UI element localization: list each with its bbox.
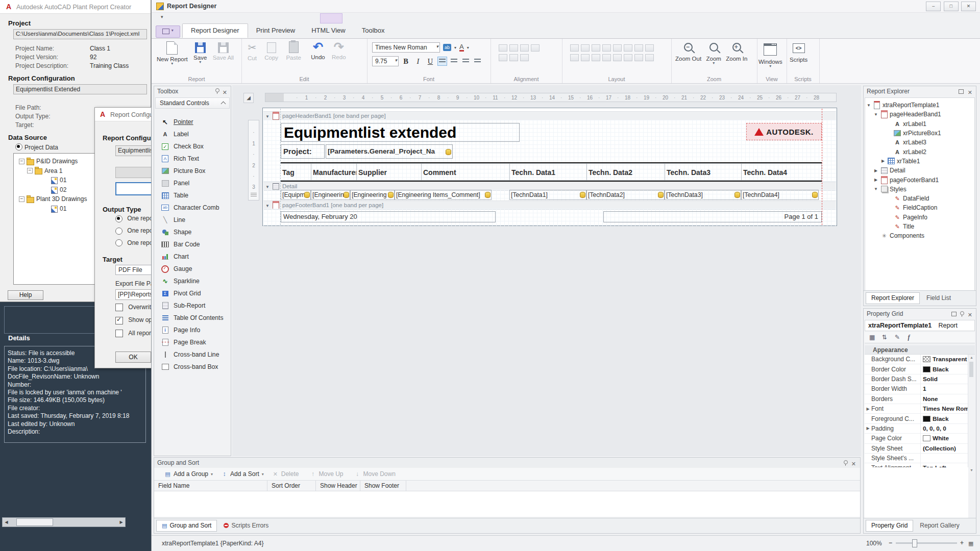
radio-icon[interactable] bbox=[115, 215, 122, 222]
toolbox-item[interactable]: Page Info bbox=[154, 324, 231, 336]
close-button[interactable]: ✕ bbox=[961, 2, 976, 11]
close-panel-icon[interactable]: ✕ bbox=[851, 459, 856, 469]
column-field-name[interactable]: Field Name bbox=[154, 481, 267, 491]
project-data-radio[interactable] bbox=[15, 143, 22, 151]
radio-icon[interactable] bbox=[115, 239, 122, 246]
report-explorer-item[interactable]: Components bbox=[865, 231, 974, 240]
appearance-category-row[interactable]: Appearance bbox=[865, 345, 975, 355]
detail-field[interactable]: [Engineering bbox=[350, 190, 395, 200]
maximize-button[interactable]: □ bbox=[944, 2, 959, 11]
italic-button[interactable]: I bbox=[413, 56, 423, 66]
zoom-out-button[interactable]: − Zoom Out bbox=[675, 39, 701, 62]
report-explorer-item[interactable]: xrLabel3 bbox=[865, 138, 974, 147]
tree-expander-icon[interactable]: ▼ bbox=[873, 187, 878, 191]
page-layout-icon[interactable]: ▦ bbox=[968, 540, 973, 547]
report-explorer-item[interactable]: FieldCaption bbox=[865, 203, 974, 212]
ok-button[interactable]: OK bbox=[115, 352, 151, 363]
report-explorer-item[interactable]: ▼ Styles bbox=[865, 185, 974, 194]
zoom-increase-icon[interactable]: + bbox=[960, 539, 964, 546]
ruler-grip-icon[interactable] bbox=[251, 193, 257, 193]
property-row[interactable]: Border Dash S... Solid bbox=[865, 374, 968, 384]
tree-expander-icon[interactable]: − bbox=[19, 159, 24, 164]
layout-tool-icon[interactable] bbox=[592, 54, 600, 61]
layout-tool-icon[interactable] bbox=[581, 44, 590, 52]
properties-icon[interactable]: ✎ bbox=[895, 334, 900, 341]
toolbox-item[interactable]: Cross-band Line bbox=[154, 348, 231, 361]
column-sort-order[interactable]: Sort Order bbox=[267, 481, 316, 491]
toolbox-item[interactable]: Character Comb bbox=[154, 202, 231, 214]
toolbox-item[interactable]: Gauge bbox=[154, 263, 231, 275]
footer-date-field[interactable]: Wednesday, February 20 bbox=[281, 211, 496, 222]
toolbox-item[interactable]: Sparkline bbox=[154, 275, 231, 287]
detail-field[interactable]: [Engineering bbox=[311, 190, 350, 200]
report-explorer-item[interactable]: ▶ xrTable1 bbox=[865, 157, 974, 166]
tree-expander-icon[interactable]: ▼ bbox=[873, 112, 878, 117]
toolbox-item[interactable]: Line bbox=[154, 214, 231, 226]
font-color-dropdown-icon[interactable]: ▾ bbox=[467, 45, 469, 50]
tree-expander-icon[interactable]: ▼ bbox=[866, 103, 871, 108]
events-icon[interactable]: f bbox=[908, 334, 910, 341]
toolbox-item[interactable]: Bar Code bbox=[154, 238, 231, 251]
property-row[interactable]: Border Color Black bbox=[865, 364, 968, 374]
report-explorer-item[interactable]: xrLabel1 bbox=[865, 119, 974, 129]
toolbox-item[interactable]: Panel bbox=[154, 177, 231, 189]
toolbox-item[interactable]: Label bbox=[154, 128, 231, 140]
layout-tool-icon[interactable] bbox=[634, 54, 643, 61]
scrollbar-thumb[interactable] bbox=[16, 518, 53, 526]
text-highlight-button[interactable]: ab bbox=[443, 44, 451, 51]
toolbox-item[interactable]: Picture Box bbox=[154, 165, 231, 177]
align-tool-icon[interactable] bbox=[520, 44, 529, 52]
bottom-panel-tab[interactable]: Scripts Errors bbox=[218, 520, 274, 532]
toolbox-item[interactable]: Table Of Contents bbox=[154, 312, 231, 324]
report-explorer-item[interactable]: Title bbox=[865, 222, 974, 231]
property-row[interactable]: Page Color White bbox=[865, 434, 968, 443]
font-color-button[interactable]: A bbox=[459, 43, 464, 52]
pin-icon[interactable] bbox=[844, 460, 848, 464]
toolbox-item[interactable]: Rich Text bbox=[154, 153, 231, 165]
tree-expander-icon[interactable]: ▶ bbox=[873, 178, 878, 182]
project-parameter-field[interactable]: [Parameters.General_Project_Na bbox=[326, 144, 453, 159]
toolbox-item[interactable]: Sub-Report bbox=[154, 299, 231, 312]
toolbox-item[interactable]: Chart bbox=[154, 251, 231, 263]
property-row[interactable]: Background C... Transparent bbox=[865, 355, 968, 364]
help-button[interactable]: Help bbox=[8, 290, 43, 300]
band-collapse-icon[interactable] bbox=[265, 113, 270, 119]
property-row[interactable]: ▶ Font Times New Roman,... bbox=[865, 404, 968, 414]
toolbox-section-header[interactable]: Standard Controls bbox=[155, 97, 230, 109]
align-justify-button[interactable] bbox=[473, 57, 482, 66]
property-grid-scrollbar[interactable]: ▲ ▼ bbox=[968, 355, 975, 473]
property-row[interactable]: Foreground C... Black bbox=[865, 414, 968, 423]
panel-tab[interactable]: Report Explorer bbox=[866, 292, 920, 304]
toolbox-item[interactable]: Pivot Grid bbox=[154, 287, 231, 299]
property-row[interactable]: Border Width 1 bbox=[865, 384, 968, 394]
ribbon-tab[interactable]: Report Designer bbox=[182, 23, 248, 38]
group-sort-toolbar-button[interactable]: Move Up bbox=[305, 468, 350, 480]
project-path-field[interactable]: C:\Users\ianma\Documents\Class 1\Project… bbox=[13, 29, 147, 39]
group-sort-toolbar-button[interactable]: Move Down bbox=[350, 468, 402, 480]
copy-button[interactable]: Copy bbox=[264, 39, 278, 61]
design-page[interactable]: pageHeaderBand1 [one band per page] Equi… bbox=[262, 108, 837, 226]
footer-page-info-field[interactable]: Page 1 of 1 bbox=[603, 211, 822, 222]
property-row[interactable]: Style Sheet's ... bbox=[865, 454, 968, 463]
toolbox-item[interactable]: Check Box bbox=[154, 140, 231, 153]
group-sort-toolbar-button[interactable]: Add a Sort ▾ bbox=[217, 468, 268, 480]
scroll-up-icon[interactable]: ▲ bbox=[970, 356, 973, 359]
align-center-button[interactable] bbox=[449, 57, 459, 66]
minimize-button[interactable]: – bbox=[926, 2, 941, 11]
panel-tab[interactable]: Report Gallery bbox=[915, 520, 964, 532]
tree-expander-icon[interactable]: ▶ bbox=[880, 159, 886, 163]
zoom-slider-thumb[interactable] bbox=[912, 539, 917, 547]
save-button[interactable]: Save▾ bbox=[193, 39, 207, 64]
layout-tool-icon[interactable] bbox=[634, 44, 643, 52]
layout-tool-icon[interactable] bbox=[581, 54, 590, 61]
band-collapse-icon[interactable] bbox=[265, 202, 270, 208]
layout-tool-icon[interactable] bbox=[624, 54, 632, 61]
table-header-cell[interactable]: Techn. Data2 bbox=[587, 163, 665, 181]
align-tool-icon[interactable] bbox=[499, 44, 507, 52]
zoom-decrease-icon[interactable]: − bbox=[889, 539, 892, 546]
property-expander-icon[interactable]: ▶ bbox=[865, 407, 871, 411]
highlight-dropdown-icon[interactable]: ▾ bbox=[454, 45, 456, 50]
layout-tool-icon[interactable] bbox=[602, 44, 611, 52]
categorized-view-icon[interactable]: ▦ bbox=[869, 334, 875, 341]
column-show-footer[interactable]: Show Footer bbox=[360, 481, 406, 491]
